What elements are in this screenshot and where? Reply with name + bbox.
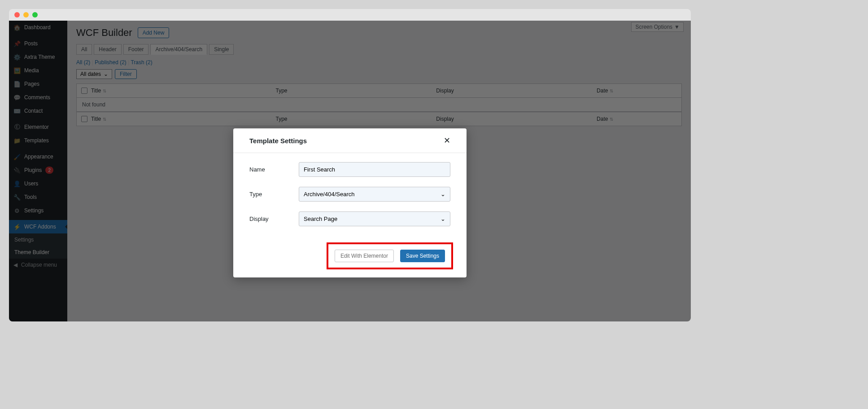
browser-chrome (9, 9, 691, 21)
annotation-highlight: Edit With Elementor Save Settings (327, 242, 453, 269)
display-label: Display (249, 215, 299, 222)
edit-elementor-button[interactable]: Edit With Elementor (335, 250, 394, 262)
window-min-dot[interactable] (23, 12, 29, 18)
display-select[interactable]: Search Page⌄ (299, 211, 450, 226)
type-label: Type (249, 191, 299, 198)
type-value: Archive/404/Search (304, 191, 354, 198)
name-label: Name (249, 166, 299, 173)
type-select[interactable]: Archive/404/Search⌄ (299, 187, 450, 202)
window-close-dot[interactable] (14, 12, 20, 18)
close-icon[interactable]: ✕ (444, 136, 450, 145)
chevron-down-icon: ⌄ (441, 215, 445, 222)
chevron-down-icon: ⌄ (441, 191, 445, 198)
window-max-dot[interactable] (32, 12, 38, 18)
name-input[interactable] (299, 162, 450, 177)
modal-overlay[interactable]: Template Settings ✕ Name Type Archive/40… (9, 21, 691, 321)
modal-title: Template Settings (249, 137, 307, 145)
save-settings-button[interactable]: Save Settings (400, 250, 445, 262)
template-settings-modal: Template Settings ✕ Name Type Archive/40… (233, 128, 467, 277)
display-value: Search Page (304, 215, 337, 222)
